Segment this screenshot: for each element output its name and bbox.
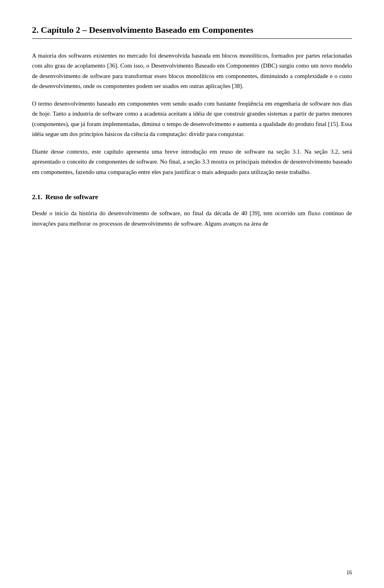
page-number: 16 bbox=[346, 570, 352, 576]
section-paragraph: Desde o inicio da história do desenvolvi… bbox=[32, 208, 352, 229]
chapter-title: 2. Capítulo 2 – Desenvolvimento Baseado … bbox=[32, 24, 352, 36]
section-title: Reuso de software bbox=[44, 193, 98, 201]
paragraph-3: Diante desse contexto, este capítulo apr… bbox=[32, 147, 352, 178]
paragraph-2: O termo desenvolvimento baseado em compo… bbox=[32, 99, 352, 140]
section-heading: 2.1. Reuso de software bbox=[32, 193, 352, 201]
title-divider bbox=[32, 38, 352, 39]
page: 2. Capítulo 2 – Desenvolvimento Baseado … bbox=[0, 0, 384, 588]
paragraph-1: A maioria dos softwares existentes no me… bbox=[32, 51, 352, 92]
section-number: 2.1. bbox=[32, 193, 42, 201]
